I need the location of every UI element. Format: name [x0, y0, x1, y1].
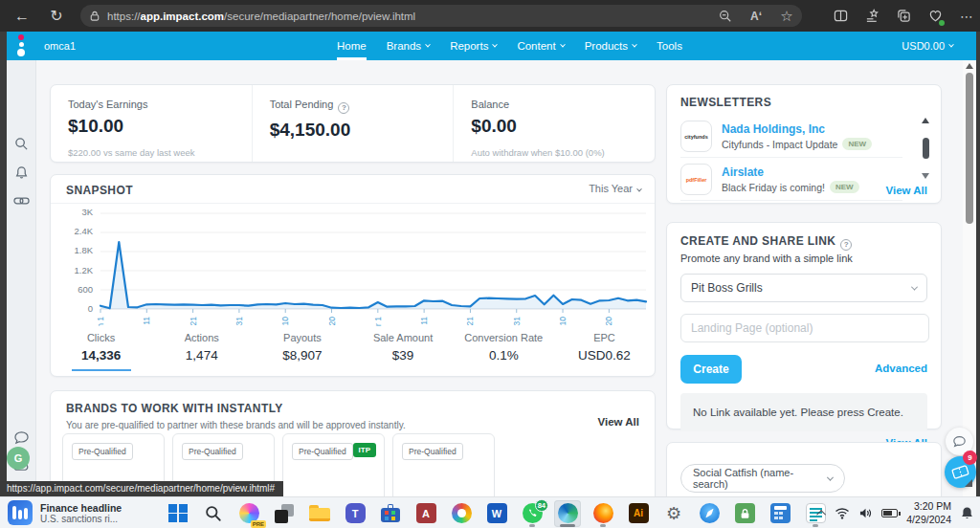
- address-bar[interactable]: https://app.impact.com/secure/mediapartn…: [80, 5, 802, 27]
- taskbar: Finance headline U.S. sanctions ri... PR…: [0, 496, 980, 528]
- stat-payouts[interactable]: Payouts$8,907: [252, 328, 352, 376]
- newsletter-subtitle: Black Friday is coming!: [722, 182, 825, 193]
- file-explorer[interactable]: [306, 500, 333, 527]
- no-link-message: No Link available yet. Please press Crea…: [680, 393, 927, 431]
- notification-bell-icon[interactable]: [960, 506, 974, 520]
- svg-text:Jan 1: Jan 1: [97, 317, 105, 326]
- calculator-app[interactable]: [767, 500, 793, 527]
- refresh-icon[interactable]: ↻: [44, 4, 69, 28]
- svg-text:Jan 21: Jan 21: [189, 317, 198, 326]
- left-rail: [7, 60, 36, 496]
- balance-value: $0.00: [471, 116, 637, 137]
- date-range-dropdown[interactable]: This Year: [589, 183, 641, 194]
- brand-card[interactable]: Pre-QualifiedITP: [282, 433, 385, 496]
- help-icon[interactable]: ?: [338, 102, 349, 114]
- read-aloud-icon[interactable]: Aʻ: [748, 9, 764, 24]
- chevron-down-icon: [560, 42, 566, 48]
- edge-app[interactable]: [554, 500, 581, 527]
- word-icon: W: [487, 503, 507, 523]
- firefox-app[interactable]: [590, 500, 616, 527]
- compass-icon: [700, 503, 720, 523]
- palette-icon: [452, 503, 472, 523]
- create-button[interactable]: Create: [680, 355, 742, 384]
- help-icon[interactable]: ?: [840, 239, 852, 251]
- news-subline: U.S. sanctions ri...: [40, 514, 122, 524]
- favorite-star-icon[interactable]: ☆: [779, 9, 794, 24]
- taskbar-search[interactable]: [200, 500, 227, 527]
- account-name[interactable]: omca1: [44, 32, 76, 60]
- menu-item-products[interactable]: Products: [585, 32, 636, 60]
- scrollbar-thumb[interactable]: [923, 138, 929, 159]
- scroll-down-icon[interactable]: [922, 173, 929, 179]
- access-app[interactable]: A: [412, 500, 439, 527]
- newsletter-item[interactable]: cityfunds Nada Holdings, Inc Cityfunds -…: [680, 116, 902, 158]
- split-screen-icon[interactable]: [833, 9, 848, 24]
- chevron-down-icon: [493, 42, 499, 48]
- menu-item-brands[interactable]: Brands: [387, 32, 430, 60]
- gear-icon: ⚙: [666, 505, 681, 522]
- widgets-button[interactable]: Finance headline U.S. sanctions ri...: [8, 500, 122, 525]
- taskbar-apps: PRE T A W 84 Ai ⚙: [165, 497, 829, 528]
- scroll-up-icon[interactable]: [922, 118, 929, 123]
- impact-logo[interactable]: [15, 34, 27, 56]
- chat-icon[interactable]: [7, 430, 36, 445]
- newsletter-item[interactable]: pdfFiller Airslate Black Friday is comin…: [680, 159, 902, 201]
- tab-groups-icon[interactable]: [896, 9, 911, 24]
- collections-icon[interactable]: [864, 9, 880, 24]
- stat-actions[interactable]: Actions1,474: [151, 328, 252, 376]
- volume-icon[interactable]: [858, 507, 873, 519]
- bell-icon[interactable]: [7, 165, 36, 180]
- advanced-link[interactable]: Advanced: [875, 363, 927, 374]
- stat-sale-amount[interactable]: Sale Amount$39: [353, 328, 454, 376]
- whatsapp-app[interactable]: 84: [519, 500, 546, 527]
- password-app[interactable]: [731, 500, 758, 527]
- avatar[interactable]: G: [7, 447, 30, 470]
- todays-earnings-note: $220.00 vs same day last week: [68, 147, 234, 158]
- newsletters-scrollbar[interactable]: [920, 118, 931, 179]
- brand-select[interactable]: Pit Boss Grills: [680, 274, 927, 302]
- back-icon[interactable]: ←: [10, 4, 34, 28]
- battery-icon[interactable]: [881, 509, 898, 517]
- teams-icon: T: [345, 503, 366, 523]
- scroll-up-icon[interactable]: [966, 63, 973, 69]
- zoom-icon[interactable]: [718, 9, 733, 24]
- y-tick: 600: [78, 284, 93, 295]
- safari-app[interactable]: [696, 500, 723, 527]
- settings-app[interactable]: ⚙: [660, 500, 687, 527]
- brands-view-all[interactable]: View All: [598, 416, 639, 428]
- search-icon[interactable]: [7, 137, 36, 151]
- stat-conversion-rate[interactable]: Conversion Rate0.1%: [454, 328, 554, 376]
- copilot-app[interactable]: PRE: [235, 500, 262, 527]
- chevron-down-icon: [911, 283, 918, 290]
- wifi-icon[interactable]: [835, 507, 850, 519]
- browser-essentials-icon[interactable]: [927, 9, 943, 24]
- stat-clicks[interactable]: Clicks14,336: [51, 328, 151, 376]
- balance-dropdown[interactable]: USD0.00: [902, 32, 953, 60]
- brand-card[interactable]: Pre-Qualified: [392, 433, 495, 496]
- snapshot-card: SNAPSHOT This Year 3K 2.4K 1.8K 1.2K 600…: [50, 174, 656, 377]
- paint-app[interactable]: [448, 500, 475, 527]
- menu-item-tools[interactable]: Tools: [657, 32, 682, 60]
- newsletter-title-link[interactable]: Nada Holdings, Inc: [722, 122, 872, 137]
- newsletter-title-link[interactable]: Airslate: [722, 165, 859, 180]
- illustrator-app[interactable]: Ai: [625, 500, 652, 527]
- teams-app[interactable]: T: [342, 500, 368, 527]
- task-view[interactable]: [271, 500, 298, 527]
- search-icon: [205, 505, 222, 522]
- scrollbar-thumb[interactable]: [966, 73, 973, 224]
- menu-item-content[interactable]: Content: [517, 32, 564, 60]
- menu-item-reports[interactable]: Reports: [450, 32, 497, 60]
- itp-badge: ITP: [353, 443, 376, 457]
- link-icon[interactable]: [7, 195, 36, 207]
- landing-page-input[interactable]: [680, 314, 929, 342]
- newsletters-view-all[interactable]: View All: [886, 185, 927, 196]
- window-edge-left: [0, 32, 7, 496]
- catfish-select[interactable]: Social Catfish (name-search): [680, 464, 845, 493]
- clock[interactable]: 3:20 PM 4/29/2024: [906, 500, 951, 525]
- more-options-icon[interactable]: ⋯: [959, 9, 974, 24]
- menu-item-home[interactable]: Home: [337, 32, 367, 60]
- stat-epc[interactable]: EPCUSD0.62: [554, 328, 655, 376]
- microsoft-store[interactable]: [377, 500, 404, 527]
- start-button[interactable]: [165, 500, 191, 527]
- word-app[interactable]: W: [483, 500, 510, 527]
